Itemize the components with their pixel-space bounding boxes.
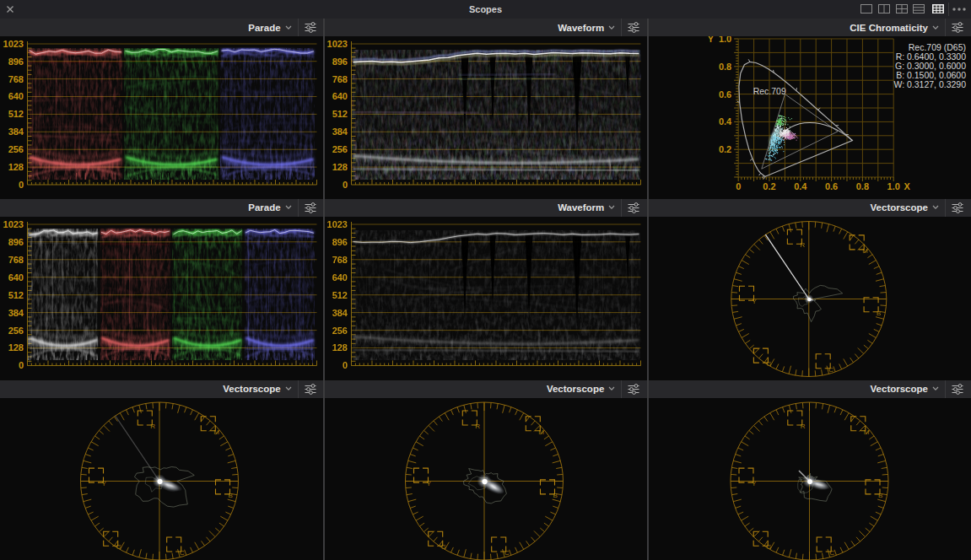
svg-text:X: X (904, 181, 911, 191)
svg-text:512: 512 (8, 289, 24, 299)
svg-text:896: 896 (8, 57, 24, 67)
svg-text:0.4: 0.4 (719, 116, 732, 127)
svg-text:640: 640 (8, 272, 24, 282)
svg-text:B: B (878, 491, 882, 498)
svg-text:Y: Y (708, 36, 715, 44)
svg-text:0: 0 (19, 180, 24, 190)
svg-text:0: 0 (736, 181, 741, 191)
svg-text:W: 0.3127, 0.3290: W: 0.3127, 0.3290 (894, 80, 967, 89)
svg-text:R: R (150, 423, 155, 430)
svg-text:C: C (829, 548, 834, 556)
svg-text:R: R (801, 241, 806, 249)
svg-text:R: R (475, 423, 480, 430)
svg-text:1.0: 1.0 (719, 36, 731, 44)
svg-text:0.6: 0.6 (825, 181, 838, 191)
svg-text:Rec.709 (D65): Rec.709 (D65) (909, 43, 966, 52)
svg-text:384: 384 (332, 127, 348, 137)
svg-text:640: 640 (332, 272, 347, 282)
svg-text:896: 896 (332, 236, 347, 246)
svg-text:G: G (766, 543, 771, 551)
svg-text:640: 640 (8, 92, 24, 102)
svg-text:256: 256 (332, 325, 347, 335)
svg-text:0: 0 (19, 360, 24, 370)
svg-text:G: G (116, 543, 121, 551)
svg-text:128: 128 (332, 162, 347, 172)
svg-text:G: G (440, 543, 445, 551)
svg-text:256: 256 (8, 144, 24, 154)
svg-text:640: 640 (332, 92, 347, 102)
svg-text:Rec.709: Rec.709 (753, 87, 786, 96)
svg-text:C: C (828, 365, 833, 373)
svg-text:M: M (864, 428, 870, 435)
svg-text:0.8: 0.8 (719, 62, 731, 72)
svg-text:896: 896 (332, 57, 347, 67)
svg-text:256: 256 (8, 325, 24, 335)
svg-text:R: 0.6400, 0.3300: R: 0.6400, 0.3300 (896, 52, 967, 62)
svg-text:Y: Y (753, 298, 758, 305)
svg-text:896: 896 (8, 236, 24, 246)
svg-text:384: 384 (8, 307, 24, 317)
svg-text:0: 0 (343, 180, 348, 190)
svg-text:128: 128 (8, 162, 24, 172)
svg-text:768: 768 (332, 254, 347, 264)
svg-text:0.8: 0.8 (856, 181, 869, 191)
svg-text:Y: Y (426, 480, 431, 487)
svg-text:0.2: 0.2 (719, 144, 731, 154)
svg-text:128: 128 (8, 342, 24, 353)
svg-text:G: G (767, 360, 772, 368)
svg-text:M: M (538, 428, 544, 435)
svg-text:B: B (553, 491, 557, 498)
svg-text:768: 768 (332, 74, 347, 84)
svg-text:Y: Y (101, 480, 106, 487)
svg-text:1023: 1023 (3, 39, 24, 49)
svg-text:768: 768 (8, 74, 24, 84)
svg-text:B: B (877, 309, 881, 316)
svg-text:0: 0 (343, 360, 348, 370)
svg-text:M: M (213, 428, 219, 435)
svg-text:512: 512 (332, 289, 347, 299)
svg-text:R: R (801, 423, 806, 430)
svg-text:B: B (228, 491, 232, 498)
svg-text:512: 512 (8, 109, 24, 119)
svg-text:384: 384 (332, 307, 348, 317)
svg-text:512: 512 (332, 109, 347, 119)
svg-text:C: C (504, 548, 509, 556)
svg-text:256: 256 (332, 144, 347, 154)
svg-text:384: 384 (8, 127, 24, 137)
svg-text:1.0: 1.0 (887, 181, 900, 191)
svg-text:G: 0.3000, 0.6000: G: 0.3000, 0.6000 (895, 62, 966, 71)
svg-text:128: 128 (332, 342, 347, 353)
svg-text:C: C (180, 548, 185, 556)
svg-text:0.6: 0.6 (719, 89, 731, 100)
svg-text:1023: 1023 (326, 219, 347, 229)
svg-text:B: 0.1500, 0.0600: B: 0.1500, 0.0600 (897, 71, 967, 80)
svg-text:Y: Y (752, 480, 757, 487)
svg-text:1023: 1023 (3, 219, 24, 229)
svg-text:0.2: 0.2 (763, 181, 776, 191)
svg-text:1023: 1023 (326, 39, 347, 49)
svg-text:M: M (862, 246, 868, 254)
svg-text:0.4: 0.4 (794, 181, 807, 191)
svg-text:768: 768 (8, 254, 24, 264)
